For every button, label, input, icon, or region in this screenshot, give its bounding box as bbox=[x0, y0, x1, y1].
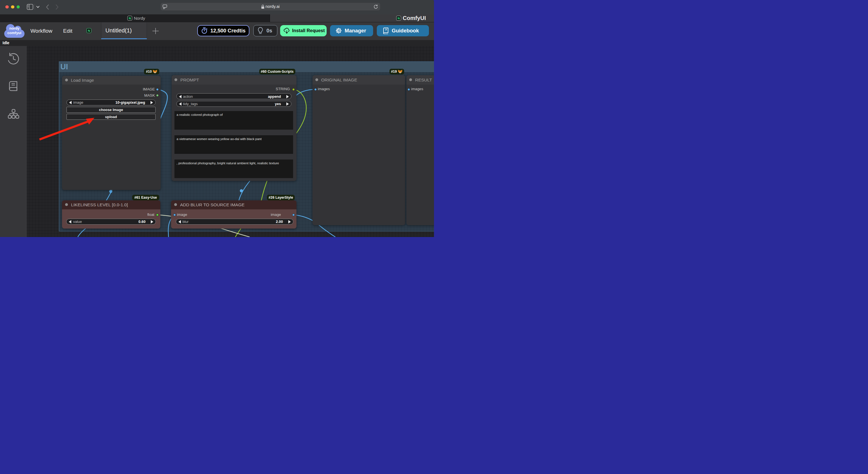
svg-text:?: ? bbox=[385, 28, 387, 32]
